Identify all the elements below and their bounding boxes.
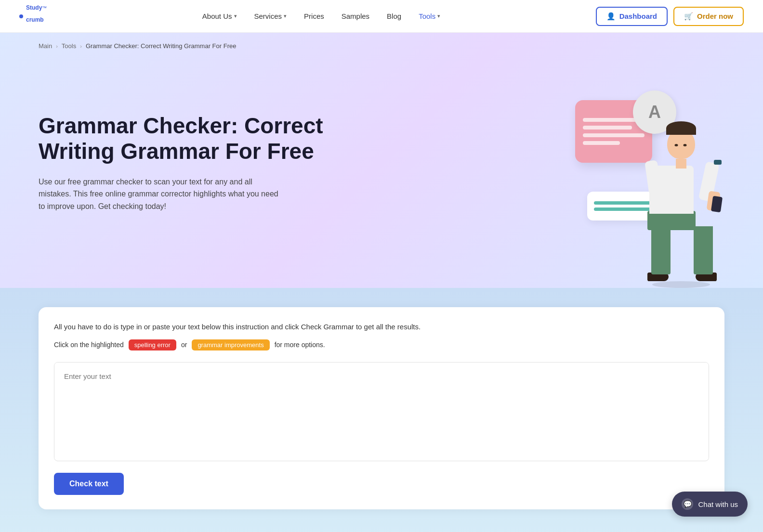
nav-blog[interactable]: Blog xyxy=(380,8,408,24)
chat-icon: 💬 xyxy=(682,498,693,510)
text-input[interactable] xyxy=(54,363,709,459)
illus-line3 xyxy=(583,133,645,137)
hero-illustration: A xyxy=(551,62,734,288)
hero-title: Grammar Checker: Correct Writing Grammar… xyxy=(39,113,337,164)
legend-or: or xyxy=(181,341,187,349)
order-button[interactable]: 🛒 Order now xyxy=(673,7,744,26)
checker-legend: Click on the highlighted spelling error … xyxy=(54,339,709,350)
illus-line2 xyxy=(583,126,632,130)
nav-samples[interactable]: Samples xyxy=(335,8,376,24)
hero-description: Use our free grammar checker to scan you… xyxy=(39,176,279,213)
logo-line2: crumb xyxy=(26,16,44,23)
nav-services[interactable]: Services ▾ xyxy=(248,8,294,24)
nav-about[interactable]: About Us ▾ xyxy=(196,8,244,24)
main-content: All you have to do is type in or paste y… xyxy=(0,288,763,532)
chat-label: Chat with us xyxy=(698,500,738,508)
main-nav: About Us ▾ Services ▾ Prices Samples Blo… xyxy=(196,8,447,24)
grammar-improvements-badge[interactable]: grammar improvements xyxy=(192,339,269,350)
breadcrumb-tools[interactable]: Tools xyxy=(62,42,76,50)
hero-content: Grammar Checker: Correct Writing Grammar… xyxy=(39,113,337,213)
breadcrumb-main[interactable]: Main xyxy=(39,42,52,50)
cart-icon: 🛒 xyxy=(684,12,693,21)
checker-card: All you have to do is type in or paste y… xyxy=(39,307,724,509)
about-chevron-icon: ▾ xyxy=(234,13,237,19)
legend-suffix: for more options. xyxy=(275,341,325,349)
illus-person xyxy=(638,105,724,288)
dashboard-icon: 👤 xyxy=(606,12,616,21)
logo-line1: Study xyxy=(26,4,42,11)
breadcrumb-sep2: › xyxy=(80,43,82,49)
header: Study™crumb About Us ▾ Services ▾ Prices… xyxy=(0,0,763,33)
text-area-wrapper xyxy=(54,362,709,461)
hero-section: Main › Tools › Grammar Checker: Correct … xyxy=(0,33,763,288)
nav-tools[interactable]: Tools ▾ xyxy=(412,8,447,24)
logo-dot xyxy=(19,14,23,18)
logo-text: Study™crumb xyxy=(26,4,47,27)
logo-tm: ™ xyxy=(42,5,47,11)
check-text-button[interactable]: Check text xyxy=(54,473,124,495)
breadcrumb-current: Grammar Checker: Correct Writing Grammar… xyxy=(86,42,237,50)
dashboard-button[interactable]: 👤 Dashboard xyxy=(596,7,668,26)
checker-instruction: All you have to do is type in or paste y… xyxy=(54,322,709,333)
illus-line4 xyxy=(583,141,620,145)
breadcrumb-sep1: › xyxy=(56,43,58,49)
breadcrumb: Main › Tools › Grammar Checker: Correct … xyxy=(39,42,236,50)
logo[interactable]: Study™crumb xyxy=(19,4,47,27)
services-chevron-icon: ▾ xyxy=(284,13,287,19)
chat-button[interactable]: 💬 Chat with us xyxy=(672,492,748,517)
spelling-error-badge[interactable]: spelling error xyxy=(129,339,176,350)
legend-prefix: Click on the highlighted xyxy=(54,341,124,349)
header-actions: 👤 Dashboard 🛒 Order now xyxy=(596,7,744,26)
tools-chevron-icon: ▾ xyxy=(437,13,440,19)
nav-prices[interactable]: Prices xyxy=(297,8,331,24)
